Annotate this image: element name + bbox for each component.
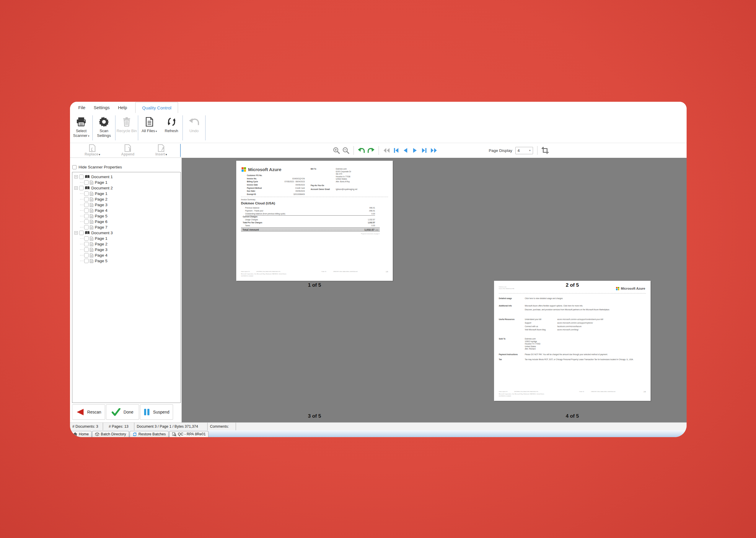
expander-minus-icon[interactable]: [74, 231, 78, 235]
toolbar-separator: [353, 146, 354, 155]
tree-checkbox-icon[interactable]: [84, 203, 89, 207]
resource-url: azure.microsoft.com/en-us/support/unders…: [557, 318, 603, 322]
tree-row[interactable]: Page 2: [72, 196, 180, 202]
summary-value: 0.00: [371, 213, 375, 215]
tree-row[interactable]: Page 6: [72, 219, 180, 225]
tree-row[interactable]: Page 3: [72, 202, 180, 208]
bill-to-line: Ste 470: [336, 173, 351, 176]
suspend-button[interactable]: Suspend: [140, 404, 173, 420]
expander-minus-icon[interactable]: [74, 187, 78, 189]
tree-row[interactable]: Page 3: [72, 247, 180, 252]
sold-to-line: United States: [525, 346, 540, 348]
tree-row[interactable]: Document 1: [72, 174, 180, 180]
page-thumbnail-2[interactable]: Dokmee.com Invoice No. E0400OQYGN Micros…: [494, 281, 651, 401]
select-scanner-button[interactable]: Select Scanner▾: [70, 113, 93, 143]
replace-button[interactable]: Replace▾: [85, 144, 100, 156]
summary-row: Outstanding balance (from previous billi…: [245, 213, 375, 216]
subscription-label: Subscription ID: [241, 271, 256, 273]
tree-row[interactable]: Page 4: [72, 208, 180, 213]
total-currency: USD: [375, 229, 378, 231]
invoice-field-row: Exempt ID 32019398409: [247, 193, 305, 196]
scan-settings-button[interactable]: Scan Settings: [93, 113, 115, 143]
tree-checkbox-icon[interactable]: [84, 247, 89, 252]
first-page-icon[interactable]: [393, 147, 400, 154]
checkbox-icon[interactable]: [72, 165, 77, 169]
recycle-bin-button[interactable]: Recycle Bin: [115, 113, 138, 143]
tree-row[interactable]: Document 2: [72, 185, 180, 191]
header-invoice-no: Invoice No. E0400OQYGN: [499, 288, 514, 290]
done-button[interactable]: Done: [106, 404, 139, 420]
subscription-label: Subscription ID: [499, 391, 514, 393]
menu-help[interactable]: Help: [114, 102, 131, 113]
last-page-icon[interactable]: [421, 147, 428, 154]
fast-forward-icon[interactable]: [430, 147, 437, 154]
tree-row[interactable]: Document 3: [72, 230, 180, 236]
tree-checkbox-icon[interactable]: [84, 236, 89, 241]
tree-checkbox-icon[interactable]: [84, 219, 89, 224]
page-thumbnail-1[interactable]: Microsoft Azure Customer PO No. Invoice …: [236, 161, 393, 281]
replace-label: Replace: [85, 152, 98, 156]
brand-text: Microsoft Azure: [248, 167, 282, 172]
page-file-icon: [90, 253, 93, 257]
tree-row[interactable]: Page 5: [72, 258, 180, 264]
tree-checkbox-icon[interactable]: [84, 242, 89, 246]
undo-button[interactable]: Undo: [183, 113, 205, 143]
hide-scanner-properties-toggle[interactable]: Hide Scanner Properties: [72, 165, 122, 169]
task-tab-qc[interactable]: QC - RPA 8Re01: [169, 431, 209, 437]
menu-file[interactable]: File: [74, 102, 90, 113]
tree-checkbox-icon[interactable]: [79, 186, 84, 190]
document-tree[interactable]: Document 1 Page 1: [72, 172, 181, 403]
expander-minus-icon[interactable]: [74, 175, 78, 179]
menu-settings[interactable]: Settings: [90, 102, 114, 113]
invoice-field-row: Billing Cycle 07/05/2023 - 08/04/2023: [247, 181, 305, 184]
tree-checkbox-icon[interactable]: [84, 180, 89, 185]
task-tab-restore-batches[interactable]: Restore Batches: [130, 431, 169, 437]
tree-row[interactable]: Page 1: [72, 180, 180, 185]
rotate-redo-icon[interactable]: [367, 147, 374, 154]
bill-to-address: Dokmee.com6100 Corporate DrSte 470Housto…: [336, 168, 351, 183]
all-files-button[interactable]: All Files▾: [139, 113, 160, 143]
tree-checkbox-icon[interactable]: [84, 225, 89, 230]
fast-backward-icon[interactable]: [383, 147, 390, 154]
append-button[interactable]: Append: [121, 144, 134, 156]
order-label: Order ID: [579, 391, 591, 393]
next-page-icon[interactable]: [411, 147, 418, 154]
tree-row[interactable]: Page 1: [72, 191, 180, 196]
tree-row[interactable]: Page 2: [72, 241, 180, 247]
footer-fein: US FEIN 91-1144442: [241, 275, 388, 277]
task-tab-batch-directory[interactable]: Batch Directory: [92, 431, 129, 437]
tree-checkbox-icon[interactable]: [84, 208, 89, 213]
page-file-icon: [90, 248, 93, 252]
resource-url: facebook.com/microsoftazure: [557, 325, 582, 329]
previous-page-icon[interactable]: [402, 147, 409, 154]
rotate-undo-icon[interactable]: [358, 147, 365, 154]
crop-icon[interactable]: [541, 147, 549, 154]
page-number: 1/5: [386, 271, 388, 273]
tab-quality-control[interactable]: Quality Control: [135, 102, 178, 113]
page-display-select[interactable]: 4 ▾: [515, 147, 533, 154]
page-file-icon: [90, 192, 93, 196]
tree-checkbox-icon[interactable]: [84, 197, 89, 201]
tree-checkbox-icon[interactable]: [84, 253, 89, 257]
document-icon: [146, 116, 153, 128]
invoice-field-label: Payment Method: [247, 187, 262, 190]
insert-button[interactable]: Insert▾: [155, 144, 167, 156]
tree-row[interactable]: Page 1: [72, 236, 180, 241]
zoom-out-icon[interactable]: [342, 147, 349, 154]
tree-checkbox-icon[interactable]: [84, 191, 89, 196]
tree-checkbox-icon[interactable]: [79, 231, 84, 235]
qc-action-buttons: Rescan Done Suspend: [72, 404, 173, 420]
tree-row[interactable]: Page 7: [72, 225, 180, 230]
tree-checkbox-icon[interactable]: [79, 175, 84, 179]
tree-checkbox-icon[interactable]: [84, 259, 89, 263]
tree-row[interactable]: Page 4: [72, 252, 180, 258]
sold-to-address: Dokmee.com10502 IvyridgeHouston TX 77043…: [525, 338, 540, 350]
order-id: 23852597-340e-4bdb-b30b-c00d531becb1: [333, 271, 358, 273]
tree-row[interactable]: Page 5: [72, 213, 180, 219]
refresh-button[interactable]: Refresh: [161, 113, 182, 143]
tree-checkbox-icon[interactable]: [84, 214, 89, 218]
tree-item-label: Page 6: [95, 219, 107, 224]
zoom-in-icon[interactable]: [333, 147, 340, 154]
rescan-button[interactable]: Rescan: [72, 404, 105, 420]
summary-label: Previous balance: [245, 207, 259, 210]
